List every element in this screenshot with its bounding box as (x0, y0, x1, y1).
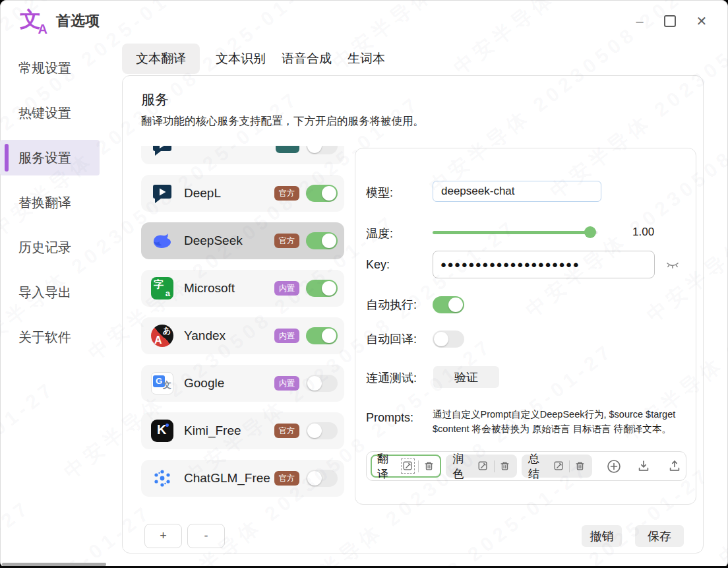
service-row[interactable]: K Kimi_Free 官方 (141, 412, 344, 449)
tab-text-recognize[interactable]: 文本识别 (208, 44, 274, 74)
service-badge (276, 146, 299, 153)
service-toggle[interactable] (306, 375, 338, 392)
edit-icon[interactable] (402, 460, 413, 472)
add-service-button[interactable]: + (144, 524, 182, 548)
window-controls: – ✕ (633, 0, 708, 42)
service-badge: 官方 (274, 186, 299, 201)
service-tabs: 文本翻译 文本识别 语音合成 生词本 (122, 42, 393, 75)
service-toggle[interactable] (306, 280, 338, 297)
sidebar-item-history[interactable]: 历史记录 (0, 230, 100, 265)
delete-icon[interactable] (574, 460, 586, 472)
sidebar-item-services[interactable]: 服务设置 (0, 140, 100, 175)
delete-icon[interactable] (423, 460, 435, 472)
auto-execute-toggle[interactable] (433, 296, 464, 313)
temperature-label: 温度: (366, 226, 393, 241)
preferences-window: 文 A 首选项 – ✕ 常规设置 热键设置 服务设置 替换翻译 历史记录 导入导… (0, 0, 728, 568)
deepseek-whale-icon (151, 230, 173, 252)
sidebar-item-general[interactable]: 常规设置 (0, 50, 100, 86)
verify-button[interactable]: 验证 (433, 366, 499, 388)
titlebar: 文 A 首选项 – ✕ (0, 0, 728, 42)
service-list[interactable]: DeepL 官方 DeepSeek 官方 字a Microsoft 内置 Aあ (141, 146, 344, 506)
tab-vocabulary[interactable]: 生词本 (340, 44, 393, 74)
import-prompts-icon[interactable] (636, 458, 651, 474)
delete-icon[interactable] (499, 460, 510, 472)
sidebar-item-about[interactable]: 关于软件 (0, 319, 100, 355)
service-toggle[interactable] (306, 422, 338, 439)
api-key-input[interactable]: ●●●●●●●●●●●●●●●●●●●● (433, 251, 655, 278)
service-toggle[interactable] (306, 470, 338, 487)
undo-button[interactable]: 撤销 (582, 525, 622, 547)
connectivity-test-label: 连通测试: (366, 370, 417, 386)
prompt-chip-bar: 翻译 润色 (366, 451, 686, 481)
auto-back-translate-toggle[interactable] (433, 331, 464, 348)
service-name: Google (184, 376, 274, 391)
service-name: DeepSeek (184, 234, 274, 248)
prompt-chip-polish[interactable]: 润色 (446, 455, 516, 478)
service-icon (151, 146, 173, 157)
window-title: 首选项 (56, 0, 100, 42)
service-toggle[interactable] (306, 185, 338, 202)
sidebar: 常规设置 热键设置 服务设置 替换翻译 历史记录 导入导出 关于软件 (0, 42, 122, 568)
close-icon[interactable]: ✕ (695, 13, 708, 29)
service-name: Yandex (184, 329, 274, 343)
remove-service-button[interactable]: - (187, 524, 225, 548)
google-translate-icon: G文 (151, 372, 173, 394)
sidebar-item-replace-translate[interactable]: 替换翻译 (0, 185, 100, 220)
tab-speech-synthesis[interactable]: 语音合成 (274, 44, 340, 74)
service-row[interactable]: DeepSeek 官方 (141, 222, 344, 259)
add-prompt-icon[interactable] (606, 458, 622, 474)
app-logo-icon: 文 A (20, 7, 47, 37)
service-row[interactable]: G文 Google 内置 (141, 365, 344, 402)
services-card: 服务 翻译功能的核心服务支持配置，下方开启的服务将被使用。 DeepL 官方 (122, 75, 704, 553)
service-row[interactable]: Aあ Yandex 内置 (141, 317, 344, 354)
service-toggle[interactable] (306, 327, 338, 344)
service-name: Microsoft (184, 281, 274, 296)
service-badge: 内置 (274, 329, 299, 343)
section-title: 服务 (141, 90, 169, 109)
service-badge: 官方 (274, 471, 299, 486)
service-badge: 内置 (274, 376, 299, 391)
sidebar-item-import-export[interactable]: 导入导出 (0, 274, 100, 310)
chatglm-icon (151, 467, 173, 489)
service-row[interactable]: 字a Microsoft 内置 (141, 270, 344, 307)
prompts-description: 通过自定义Prompt自定义DeepSeek行为, $source $targe… (433, 407, 691, 436)
service-badge: 官方 (274, 234, 299, 248)
edit-icon[interactable] (477, 460, 489, 472)
section-description: 翻译功能的核心服务支持配置，下方开启的服务将被使用。 (141, 114, 424, 129)
service-row-partial[interactable] (141, 146, 344, 164)
service-name: ChatGLM_Free (184, 471, 274, 486)
edit-icon[interactable] (553, 460, 564, 472)
service-toggle[interactable] (306, 146, 338, 154)
model-label: 模型: (366, 185, 393, 201)
tab-text-translate[interactable]: 文本翻译 (122, 44, 200, 74)
save-button[interactable]: 保存 (635, 525, 684, 547)
prompt-chip-translate[interactable]: 翻译 (371, 455, 441, 478)
prompt-chip-summarize[interactable]: 总结 (522, 455, 592, 478)
auto-execute-label: 自动执行: (366, 297, 417, 313)
key-label: Key: (366, 258, 390, 272)
service-row[interactable]: DeepL 官方 (141, 175, 344, 212)
yandex-icon: Aあ (151, 325, 173, 347)
service-name: DeepL (184, 186, 274, 201)
minimize-icon[interactable]: – (633, 14, 646, 29)
prompts-label: Prompts: (366, 411, 413, 425)
model-input[interactable] (433, 181, 601, 202)
sidebar-item-hotkeys[interactable]: 热键设置 (0, 95, 100, 131)
service-toggle[interactable] (306, 232, 338, 249)
maximize-icon[interactable] (664, 15, 677, 27)
service-name: Kimi_Free (184, 424, 274, 438)
service-badge: 官方 (274, 424, 299, 438)
auto-back-translate-label: 自动回译: (366, 331, 417, 347)
service-row[interactable]: ChatGLM_Free 官方 (141, 460, 344, 497)
temperature-slider[interactable] (433, 231, 597, 234)
eye-closed-icon[interactable] (665, 257, 680, 272)
kimi-icon: K (151, 420, 173, 442)
export-prompts-icon[interactable] (667, 458, 682, 474)
service-badge: 内置 (274, 281, 299, 296)
deepl-icon (151, 182, 173, 205)
service-detail-panel: 模型: 温度: 1.00 Key: ●●●●●●●●●●●●●●●●●●●● 自… (355, 148, 696, 505)
microsoft-translator-icon: 字a (151, 277, 173, 300)
temperature-value: 1.00 (632, 226, 654, 239)
slider-knob[interactable] (584, 226, 596, 238)
